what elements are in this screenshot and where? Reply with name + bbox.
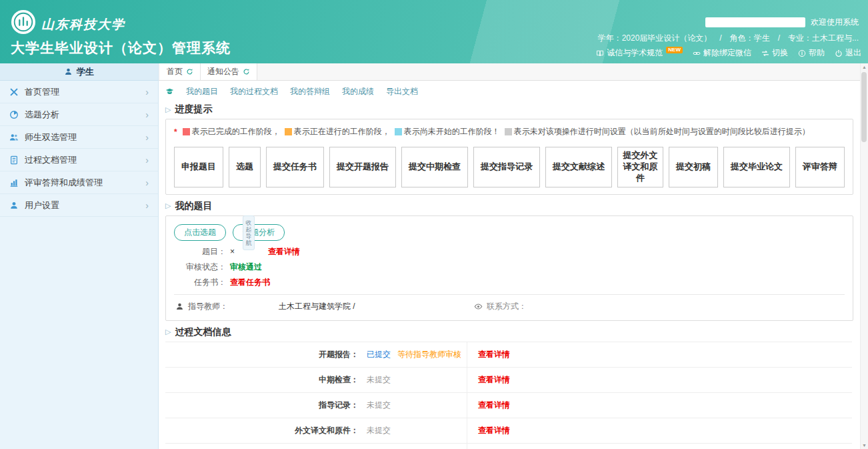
select-topic-button[interactable]: 点击选题 <box>174 224 226 241</box>
progress-stage-6: 提交文献综述 <box>545 147 612 187</box>
user-icon <box>9 201 19 210</box>
chevron-right-icon: › <box>145 177 149 188</box>
sidebar-item-3[interactable]: 过程文档管理› <box>0 149 158 171</box>
contact-group: 联系方式： <box>474 301 527 312</box>
section-topic-title: ▷ 我的题目 <box>165 200 853 212</box>
new-badge: NEW <box>666 47 683 53</box>
topic-label: 题目： <box>174 246 226 258</box>
people-icon <box>9 133 19 142</box>
header-link-2[interactable]: 切换 <box>761 47 788 59</box>
unlink-icon <box>693 49 701 57</box>
doc-action-cell: 查看详情 <box>467 444 510 449</box>
legend-swatch <box>285 128 292 135</box>
content-area: 首页通知公告 我的题目我的过程文档我的答辩组我的成绩导出文档 ▷ 进度提示 *表… <box>159 63 868 449</box>
refresh-icon <box>243 68 250 75</box>
sidebar-item-4[interactable]: 评审答辩和成绩管理› <box>0 171 158 194</box>
header-link-3[interactable]: 帮助 <box>798 47 825 59</box>
section-progress-title: ▷ 进度提示 <box>165 103 853 115</box>
welcome-text: 欢迎使用系统 <box>811 17 859 28</box>
sidebar: 学生 首页管理›选题分析›师生双选管理›过程文档管理›评审答辩和成绩管理›用户设… <box>0 63 159 449</box>
collapse-nav-handle[interactable]: 收起导航 <box>243 215 255 250</box>
scrollbar-thumb[interactable] <box>861 72 867 142</box>
collapse-triangle-icon[interactable]: ▷ <box>165 105 171 114</box>
sidebar-role-label: 学生 <box>77 66 94 78</box>
collapse-triangle-icon[interactable]: ▷ <box>165 201 171 210</box>
legend-swatch <box>505 128 512 135</box>
doc-row-4: 文献综述： 未提交 查看详情 <box>165 444 852 449</box>
doc-status-cell: 未提交 <box>367 393 467 418</box>
advisor-label: 指导教师： <box>188 301 228 312</box>
quick-link-1[interactable]: 我的过程文档 <box>230 86 278 97</box>
my-topic-panel: 点击选题选题分析 题目： × 查看详情 审核状态： 审核通过 任务书： 查看任务… <box>165 215 853 321</box>
view-topic-detail-link[interactable]: 查看详情 <box>268 246 300 258</box>
vertical-scrollbar[interactable]: ▲ ▼ <box>860 63 868 449</box>
collapse-triangle-icon[interactable]: ▷ <box>165 328 171 336</box>
view-task-book-link[interactable]: 查看任务书 <box>230 277 270 288</box>
progress-stage-7: 提交外文译文和原件 <box>617 147 663 187</box>
section-title-text: 过程文档信息 <box>175 326 231 338</box>
tab-0[interactable]: 首页 <box>160 63 201 80</box>
book-icon <box>596 49 604 57</box>
welcome-row: 欢迎使用系统 <box>705 17 859 28</box>
power-icon <box>835 49 843 57</box>
advisor-college: 土木工程与建筑学院 / <box>279 301 355 312</box>
doc-status: 未提交 <box>367 400 391 411</box>
section-title-text: 进度提示 <box>175 103 212 115</box>
quick-links-row: 我的题目我的过程文档我的答辩组我的成绩导出文档 <box>165 83 853 99</box>
topic-value: × <box>230 247 235 256</box>
advisor-group: 指导教师： 土木工程与建筑学院 / <box>175 301 474 312</box>
eye-icon <box>474 302 483 311</box>
student-icon <box>64 67 73 76</box>
doc-action-cell: 查看详情 <box>467 418 510 443</box>
header-link-0[interactable]: 诚信与学术规范NEW <box>596 47 683 59</box>
contact-label: 联系方式： <box>487 301 527 312</box>
view-detail-link[interactable]: 查看详情 <box>478 425 510 436</box>
person-icon <box>175 302 184 311</box>
document-icon <box>9 155 19 165</box>
quick-link-0[interactable]: 我的题目 <box>186 86 218 97</box>
tab-1[interactable]: 通知公告 <box>201 63 257 80</box>
doc-status: 未提交 <box>367 425 391 436</box>
sidebar-item-5[interactable]: 用户设置› <box>0 194 158 217</box>
progress-stage-4: 提交中期检查 <box>401 147 468 187</box>
chart-bar-icon <box>9 178 19 187</box>
quick-link-4[interactable]: 导出文档 <box>386 86 418 97</box>
scroll-up-arrow-icon[interactable]: ▲ <box>861 63 868 71</box>
main-layout: 学生 首页管理›选题分析›师生双选管理›过程文档管理›评审答辩和成绩管理›用户设… <box>0 63 868 449</box>
chevron-right-icon: › <box>145 132 149 143</box>
page-body: 我的题目我的过程文档我的答辩组我的成绩导出文档 ▷ 进度提示 *表示已完成的工作… <box>159 81 868 449</box>
graduate-icon <box>165 87 174 96</box>
session-info: 学年：2020届毕业设计（论文） / 角色：学生 / 专业：土木工程与... <box>598 33 859 44</box>
chevron-right-icon: › <box>145 87 149 97</box>
sidebar-item-1[interactable]: 选题分析› <box>0 103 158 126</box>
quick-link-2[interactable]: 我的答辩组 <box>290 86 330 97</box>
header-link-1[interactable]: 解除绑定微信 <box>693 47 751 59</box>
progress-stage-10: 评审答辩 <box>795 147 845 187</box>
section-title-text: 我的题目 <box>175 200 212 212</box>
process-docs-table: 开题报告： 已提交等待指导教师审核 查看详情 中期检查： 未提交 查看详情 指导… <box>165 342 852 449</box>
sidebar-role-header: 学生 <box>0 63 158 81</box>
doc-status-cell: 未提交 <box>367 444 467 449</box>
view-detail-link[interactable]: 查看详情 <box>478 400 510 411</box>
doc-row-1: 中期检查： 未提交 查看详情 <box>165 368 852 393</box>
progress-legend: *表示已完成的工作阶段，表示正在进行的工作阶段，表示尚未开始的工作阶段！表示未对… <box>174 126 845 137</box>
progress-stage-3: 提交开题报告 <box>329 147 396 187</box>
section-docs-title: ▷ 过程文档信息 <box>165 326 853 338</box>
header-link-4[interactable]: 退出 <box>835 47 861 59</box>
view-detail-link[interactable]: 查看详情 <box>478 349 510 360</box>
doc-action-cell: 查看详情 <box>467 342 510 367</box>
view-detail-link[interactable]: 查看详情 <box>478 374 510 386</box>
progress-stage-5: 提交指导记录 <box>473 147 540 187</box>
scroll-down-arrow-icon[interactable]: ▼ <box>861 442 868 449</box>
quick-link-3[interactable]: 我的成绩 <box>342 86 374 97</box>
doc-label: 指导记录： <box>165 393 367 418</box>
chevron-right-icon: › <box>145 200 149 211</box>
chevron-right-icon: › <box>145 155 149 165</box>
doc-row-0: 开题报告： 已提交等待指导教师审核 查看详情 <box>165 342 852 368</box>
doc-row-2: 指导记录： 未提交 查看详情 <box>165 393 852 418</box>
doc-row-3: 外文译文和原件： 未提交 查看详情 <box>165 418 852 444</box>
sidebar-item-2[interactable]: 师生双选管理› <box>0 126 158 149</box>
sidebar-item-0[interactable]: 首页管理› <box>0 81 158 103</box>
topic-analysis-button[interactable]: 选题分析 <box>233 224 285 241</box>
task-book-row: 任务书： 查看任务书 <box>174 277 845 288</box>
